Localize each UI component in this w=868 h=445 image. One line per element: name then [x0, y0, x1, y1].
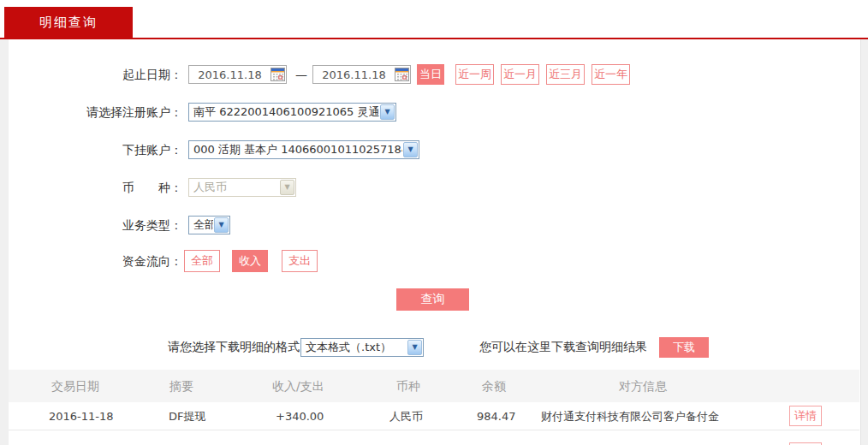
- date-from-input[interactable]: 2016.11.18: [188, 65, 287, 84]
- sub-account-label: 下挂账户：: [0, 139, 182, 161]
- cell-trade-date: 2016-11-18: [49, 402, 114, 430]
- cell-summary: DF提现: [169, 402, 206, 430]
- register-account-label: 请选择注册账户：: [0, 101, 182, 123]
- header-balance: 余额: [482, 370, 506, 402]
- quick-range-year-button[interactable]: 近一年: [592, 64, 630, 85]
- business-type-row: 业务类型： 全部 ▼: [0, 214, 868, 236]
- currency-label: 币 种：: [0, 176, 182, 199]
- fund-flow-label: 资金流向：: [0, 250, 182, 272]
- calendar-icon[interactable]: [271, 68, 285, 81]
- download-hint: 您可以在这里下载查询明细结果: [479, 336, 647, 357]
- header-trade-date: 交易日期: [51, 370, 99, 402]
- detail-button[interactable]: 详情: [789, 406, 822, 426]
- chevron-down-icon: ▼: [380, 104, 395, 120]
- chevron-down-icon: ▼: [214, 217, 229, 233]
- currency-row: 币 种： 人民币 ▼: [0, 176, 868, 199]
- date-to-input[interactable]: 2016.11.18: [312, 65, 411, 84]
- cell-balance: 984.47: [477, 402, 516, 430]
- currency-value: 人民币: [189, 180, 279, 195]
- flow-income-button[interactable]: 收入: [232, 250, 268, 272]
- calendar-icon[interactable]: [395, 68, 409, 81]
- header-summary: 摘要: [169, 370, 193, 402]
- detail-query-page: 明细查询 起止日期： 2016.11.18: [0, 0, 868, 445]
- date-to-value: 2016.11.18: [313, 68, 395, 81]
- header-counterparty: 对方信息: [619, 370, 667, 402]
- chevron-down-icon: ▼: [280, 180, 294, 195]
- download-format-value: 文本格式（.txt）: [301, 340, 407, 355]
- quick-range-today-button[interactable]: 当日: [417, 64, 444, 85]
- date-range-label: 起止日期：: [0, 63, 182, 86]
- cell-currency: 人民币: [389, 402, 423, 430]
- sub-account-row: 下挂账户： 000 活期 基本户 1406600101102571848 ▼: [0, 139, 868, 161]
- fund-flow-row: 资金流向： 全部 收入 支出: [0, 250, 868, 272]
- business-type-select[interactable]: 全部 ▼: [188, 216, 230, 234]
- table-header: 交易日期 摘要 收入/支出 币种 余额 对方信息: [9, 370, 859, 402]
- flow-expense-button[interactable]: 支出: [282, 250, 318, 272]
- tab-label: 明细查询: [39, 15, 98, 31]
- date-separator: —: [294, 63, 309, 86]
- download-format-label: 请您选择下载明细的格式: [168, 336, 300, 357]
- header-currency: 币种: [396, 370, 420, 402]
- date-from-value: 2016.11.18: [189, 68, 271, 81]
- table-row-partial: 详情: [9, 431, 859, 445]
- register-account-select[interactable]: 南平 6222001406100921065 灵通卡 ▼: [188, 103, 396, 122]
- download-format-select[interactable]: 文本格式（.txt） ▼: [300, 338, 424, 357]
- sub-account-value: 000 活期 基本户 1406600101102571848: [189, 142, 402, 157]
- table-row: 2016-11-18 DF提现 +340.00 人民币 984.47 财付通支付…: [9, 402, 859, 430]
- quick-range-week-button[interactable]: 近一周: [455, 64, 494, 85]
- header-amount: 收入/支出: [272, 370, 324, 402]
- download-button[interactable]: 下载: [659, 337, 709, 358]
- business-type-label: 业务类型：: [0, 214, 182, 236]
- register-account-row: 请选择注册账户： 南平 6222001406100921065 灵通卡 ▼: [0, 101, 868, 123]
- sub-account-select[interactable]: 000 活期 基本户 1406600101102571848 ▼: [188, 140, 419, 159]
- cell-counterparty: 财付通支付科技有限公司客户备付金: [541, 402, 719, 430]
- quick-range-quarter-button[interactable]: 近三月: [546, 64, 585, 85]
- currency-select: 人民币 ▼: [188, 178, 296, 197]
- quick-range-month-button[interactable]: 近一月: [501, 64, 539, 85]
- flow-all-button[interactable]: 全部: [184, 250, 220, 272]
- chevron-down-icon: ▼: [403, 142, 418, 157]
- register-account-value: 南平 6222001406100921065 灵通卡: [189, 104, 379, 120]
- chevron-down-icon: ▼: [407, 340, 422, 355]
- cell-amount: +340.00: [276, 402, 324, 430]
- tab-underline: [0, 38, 868, 39]
- tab-detail-query[interactable]: 明细查询: [4, 7, 133, 38]
- business-type-value: 全部: [189, 217, 213, 233]
- date-range-row: 起止日期： 2016.11.18 — 2016.11.18: [0, 63, 868, 86]
- query-button[interactable]: 查询: [396, 288, 469, 311]
